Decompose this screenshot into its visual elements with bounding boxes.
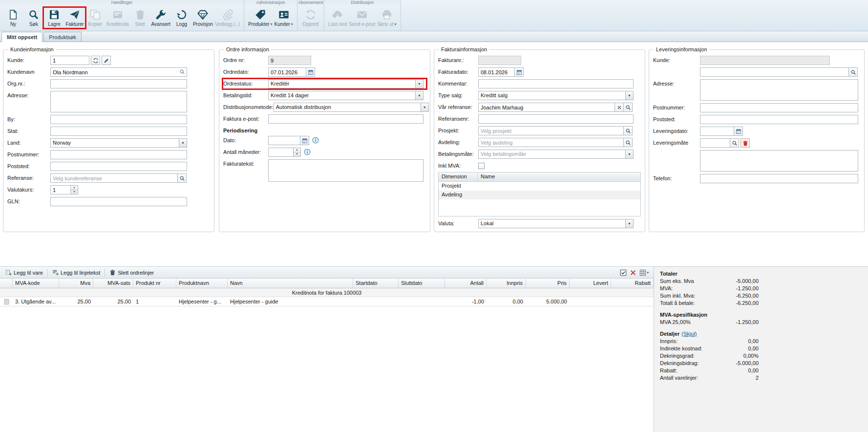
poststed-input[interactable] <box>50 162 187 171</box>
ribbon-button-ny[interactable]: Ny <box>3 8 23 28</box>
kommentar-input[interactable] <box>478 79 634 88</box>
inkl-mva-checkbox[interactable] <box>478 163 485 169</box>
search-button[interactable] <box>177 173 187 183</box>
spinner-down-icon[interactable]: ▼ <box>294 152 300 156</box>
fakturatekst-textarea[interactable] <box>268 159 423 182</box>
spinner-up-icon[interactable]: ▲ <box>294 148 300 152</box>
land-select[interactable]: Norway▼ <box>50 138 187 148</box>
leveringsdato-input[interactable] <box>700 127 734 136</box>
ribbon-button-provisjon[interactable]: Provisjon <box>192 8 214 28</box>
pencil-button[interactable] <box>102 56 111 65</box>
search-button[interactable] <box>730 138 739 148</box>
column-header-mva-kode[interactable]: MVA-kode <box>13 279 59 288</box>
ribbon-button-logg[interactable]: Logg <box>171 8 192 28</box>
column-header-antall[interactable]: Antall <box>445 279 487 288</box>
clear-button[interactable] <box>614 103 624 112</box>
spinner-up-icon[interactable]: ▲ <box>71 186 78 190</box>
delete-button[interactable] <box>741 138 750 148</box>
search-button[interactable] <box>623 126 633 135</box>
valutakurs-input[interactable] <box>50 185 71 194</box>
lev-poststed-input[interactable] <box>700 115 858 124</box>
valuta-select[interactable]: Lokal▼ <box>478 219 634 228</box>
search-icon[interactable] <box>179 69 185 75</box>
hide-details-link[interactable]: (Skjul) <box>681 331 697 337</box>
lev-kunde-sok-input[interactable] <box>700 67 849 77</box>
column-header-produkt-nr[interactable]: Produkt nr <box>133 279 176 288</box>
tab-mitt-oppsett[interactable]: Mitt oppsett <box>1 32 42 42</box>
calendar-button[interactable] <box>300 136 309 145</box>
column-header-rabatt[interactable]: Rabatt <box>611 279 654 288</box>
adresse-textarea[interactable] <box>50 91 187 112</box>
referanse-input[interactable] <box>50 173 178 183</box>
ordredato-input[interactable] <box>268 67 306 77</box>
type-salg-select[interactable]: Kreditt salg▼ <box>478 91 634 100</box>
ordrestatus-select[interactable]: Kreditèr▼ <box>268 79 423 88</box>
periodisering-dato-input[interactable] <box>268 136 300 145</box>
tab-produktsøk[interactable]: Produktsøk <box>43 32 82 42</box>
search-button[interactable] <box>623 138 633 147</box>
ribbon-button-kunder[interactable]: Kunder▾ <box>274 8 294 28</box>
column-header-navn[interactable]: Navn <box>228 279 353 288</box>
by-input[interactable] <box>50 115 187 124</box>
dimension-row[interactable]: Avdeling <box>439 191 640 199</box>
dimension-table-empty-area <box>439 199 640 216</box>
column-header-mva-sats[interactable]: MVA-sats <box>93 279 133 288</box>
column-header-mva[interactable]: Mva <box>59 279 93 288</box>
distribusjonsmetode-select[interactable]: Automatisk distribusjon▼ <box>274 103 429 112</box>
fakturadato-input[interactable] <box>478 67 515 77</box>
prosjekt-input[interactable] <box>478 126 624 135</box>
var-referanse-input[interactable] <box>478 103 615 112</box>
column-header-produktnavn[interactable]: Produktnavn <box>176 279 228 288</box>
lev-merknad-textarea[interactable] <box>700 150 858 172</box>
column-header-icon[interactable] <box>0 279 13 288</box>
ribbon-button-søk[interactable]: Søk <box>23 8 44 28</box>
dimension-row[interactable]: Prosjekt <box>439 182 640 191</box>
ribbon-button-fakturer[interactable]: Fakturer <box>64 8 85 28</box>
search-button[interactable] <box>623 103 633 112</box>
toolbar-button-legg-til-vare[interactable]: Legg til vare <box>2 268 46 277</box>
toolbar-button-legg-til-linjetekst[interactable]: Legg til linjetekst <box>49 268 104 277</box>
referansenr-input[interactable] <box>478 114 634 124</box>
column-header-innpris[interactable]: Innpris <box>487 279 526 288</box>
faktura-epost-input[interactable] <box>268 114 423 124</box>
telefon-input[interactable] <box>700 174 858 183</box>
lev-postnummer-input[interactable] <box>700 103 858 112</box>
search-button[interactable] <box>848 67 858 77</box>
leveringsmate-input[interactable] <box>700 138 730 148</box>
gln-input[interactable] <box>50 197 187 206</box>
refresh-button[interactable] <box>91 56 100 65</box>
ribbon-button-label: Produkter <box>248 22 269 27</box>
ribbon-button-avansert[interactable]: Avansert <box>150 8 171 28</box>
calendar-button[interactable] <box>514 67 524 77</box>
totals-value: -6.250,00 <box>736 292 759 300</box>
chevron-down-icon: ▼ <box>625 219 633 228</box>
toolbar-button-slett-ordrelinjer[interactable]: Slett ordrelinjer <box>106 268 157 277</box>
betalingstid-select[interactable]: Kreditt 14 dager▼ <box>268 91 423 100</box>
select-check-button[interactable] <box>620 269 627 276</box>
spinner-buttons[interactable]: ▲▼ <box>71 185 78 194</box>
calendar-button[interactable] <box>306 67 315 77</box>
kunde-input[interactable] <box>50 56 89 65</box>
spinner-down-icon[interactable]: ▼ <box>71 190 78 194</box>
kundenavn-input[interactable] <box>50 67 187 77</box>
ribbon-button-lagre[interactable]: Lagre <box>44 8 64 28</box>
table-row[interactable]: 3. Utgående av...25,0025,001Hjelpesenter… <box>0 297 654 306</box>
lev-adresse-textarea[interactable] <box>700 79 858 101</box>
avdeling-input[interactable] <box>478 138 624 147</box>
column-header-pris[interactable]: Pris <box>526 279 570 288</box>
column-header-startdato[interactable]: Startdato <box>353 279 399 288</box>
column-header-levert[interactable]: Levert <box>570 279 611 288</box>
ribbon-button-produkter[interactable]: Produkter▾ <box>247 8 273 28</box>
clear-x-button[interactable] <box>630 269 636 276</box>
field-row-var-referanse: Vår referanse: <box>438 103 641 112</box>
postnummer-input[interactable] <box>50 150 187 159</box>
calendar-button[interactable] <box>734 127 743 136</box>
column-chooser-button[interactable]: ▾ <box>639 269 649 276</box>
stat-input[interactable] <box>50 127 187 136</box>
orgnr-input[interactable] <box>50 79 187 88</box>
spinner-buttons[interactable]: ▲▼ <box>294 148 301 157</box>
antall-maneder-input[interactable] <box>268 148 294 157</box>
totals-row: Antall varelinjer:2 <box>660 374 759 382</box>
betalingsmate-select[interactable]: Velg betalingsmåte▼ <box>478 150 634 159</box>
column-header-sluttdato[interactable]: Sluttdato <box>399 279 445 288</box>
